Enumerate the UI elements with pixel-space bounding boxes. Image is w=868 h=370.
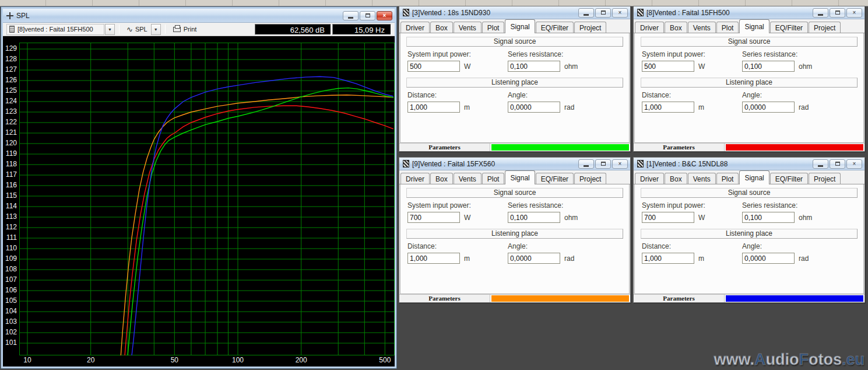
tab-driver[interactable]: Driver — [635, 173, 664, 184]
distance-field[interactable] — [407, 102, 460, 113]
panel-titlebar[interactable]: [9]Vented : Faital 15FX560 × — [399, 158, 630, 170]
distance-label: Distance: — [642, 242, 742, 250]
close-button[interactable]: × — [377, 11, 392, 20]
listening-place-group-header: Listening place — [641, 229, 858, 239]
tab-vents[interactable]: Vents — [688, 173, 716, 184]
curve-color-bar — [491, 144, 629, 151]
tab-signal[interactable]: Signal — [739, 19, 769, 33]
parameters-button[interactable]: Parameters — [634, 144, 725, 151]
listening-place-group-header: Listening place — [406, 78, 623, 88]
minimize-button[interactable] — [578, 159, 594, 169]
tab-signal[interactable]: Signal — [505, 170, 535, 184]
project-combo-dropdown[interactable]: ▼ — [105, 24, 115, 35]
tab-driver[interactable]: Driver — [635, 22, 664, 33]
ohm-unit-label: ohm — [799, 62, 812, 72]
frequency-readout-hz: 15,09 Hz — [332, 24, 391, 35]
driver-panel-window: [3]Vented : 18s 15ND930 × DriverBoxVents… — [399, 6, 631, 152]
maximize-button[interactable] — [830, 8, 845, 18]
tab-box[interactable]: Box — [665, 173, 687, 184]
plot-type-dropdown[interactable]: ▼ — [151, 24, 161, 35]
tab-eq-filter[interactable]: EQ/Filter — [770, 173, 808, 184]
tab-eq-filter[interactable]: EQ/Filter — [536, 173, 574, 184]
system-input-power-label: System input power: — [407, 201, 508, 210]
tab-plot[interactable]: Plot — [482, 22, 505, 33]
close-button[interactable]: × — [846, 8, 862, 18]
parameters-button[interactable]: Parameters — [399, 144, 490, 151]
tab-box[interactable]: Box — [430, 22, 453, 33]
parameters-button[interactable]: Parameters — [399, 295, 490, 302]
series-resistance-field[interactable] — [742, 61, 795, 72]
angle-field[interactable] — [742, 253, 795, 264]
system-input-power-field[interactable] — [407, 212, 460, 223]
toolbar-separator — [165, 25, 166, 34]
tab-project[interactable]: Project — [574, 173, 606, 184]
close-button[interactable]: × — [612, 8, 628, 18]
ohm-unit-label: ohm — [564, 62, 578, 72]
tab-driver[interactable]: Driver — [400, 22, 430, 33]
project-combo[interactable]: [8]vented : Faital 15FH500 — [6, 24, 104, 35]
distance-label: Distance: — [642, 91, 742, 99]
y-axis-label: 108 — [3, 265, 17, 273]
spl-curve — [127, 88, 393, 355]
distance-field[interactable] — [642, 253, 694, 264]
series-resistance-field[interactable] — [508, 212, 560, 223]
tab-plot[interactable]: Plot — [716, 22, 739, 33]
ohm-unit-label: ohm — [564, 214, 578, 223]
tab-eq-filter[interactable]: EQ/Filter — [770, 22, 808, 33]
maximize-button[interactable] — [830, 159, 845, 169]
system-input-power-field[interactable] — [642, 212, 694, 223]
print-button[interactable]: Print — [170, 24, 201, 35]
watt-unit-label: W — [698, 214, 705, 223]
close-button[interactable]: × — [846, 159, 862, 169]
tab-driver[interactable]: Driver — [400, 173, 430, 184]
tab-project[interactable]: Project — [574, 22, 606, 33]
distance-field[interactable] — [407, 253, 460, 264]
meter-unit-label: m — [464, 254, 470, 264]
minimize-button[interactable] — [813, 8, 828, 18]
panel-titlebar[interactable]: [3]Vented : 18s 15ND930 × — [399, 6, 630, 19]
minimize-button[interactable] — [343, 11, 359, 20]
tab-eq-filter[interactable]: EQ/Filter — [536, 22, 574, 33]
tab-bar: DriverBoxVentsPlotSignalEQ/FilterProject — [634, 19, 865, 33]
tab-plot[interactable]: Plot — [716, 173, 739, 184]
tab-box[interactable]: Box — [665, 22, 687, 33]
y-axis-label: 128 — [3, 55, 17, 63]
panel-titlebar[interactable]: [8]Vented : Faital 15FH500 × — [634, 6, 865, 19]
y-axis-label: 127 — [3, 65, 17, 74]
distance-field[interactable] — [642, 102, 694, 113]
panel-titlebar[interactable]: [1]Vented : B&C 15NDL88 × — [634, 158, 865, 170]
angle-field[interactable] — [508, 253, 560, 264]
minimize-button[interactable] — [578, 8, 594, 18]
plot-type-combo[interactable]: ∿ SPL — [124, 24, 150, 35]
spl-plot-area[interactable]: 1291281271261251241231221211201191181171… — [3, 36, 395, 366]
system-input-power-field[interactable] — [407, 61, 460, 72]
angle-field[interactable] — [508, 102, 560, 113]
tab-project[interactable]: Project — [809, 173, 841, 184]
waveform-icon: ∿ — [126, 26, 133, 33]
tab-vents[interactable]: Vents — [454, 173, 482, 184]
document-icon — [9, 26, 15, 33]
print-label: Print — [184, 26, 197, 33]
parameters-button[interactable]: Parameters — [634, 295, 725, 302]
series-resistance-field[interactable] — [508, 61, 560, 72]
tab-signal[interactable]: Signal — [505, 19, 535, 33]
maximize-button[interactable] — [595, 8, 611, 18]
maximize-button[interactable] — [595, 159, 611, 169]
tab-vents[interactable]: Vents — [688, 22, 716, 33]
tab-project[interactable]: Project — [809, 22, 841, 33]
tab-signal[interactable]: Signal — [739, 170, 769, 184]
angle-field[interactable] — [742, 102, 795, 113]
system-input-power-label: System input power: — [642, 50, 742, 58]
tab-plot[interactable]: Plot — [482, 173, 505, 184]
system-input-power-field[interactable] — [642, 61, 694, 72]
watt-unit-label: W — [464, 62, 470, 72]
tab-vents[interactable]: Vents — [454, 22, 482, 33]
tab-box[interactable]: Box — [430, 173, 453, 184]
minimize-button[interactable] — [813, 159, 828, 169]
maximize-button[interactable] — [360, 11, 375, 20]
system-input-power-label: System input power: — [407, 50, 508, 58]
y-axis-label: 102 — [3, 328, 17, 336]
series-resistance-field[interactable] — [742, 212, 795, 223]
close-button[interactable]: × — [612, 159, 628, 169]
spl-titlebar[interactable]: SPL × — [3, 9, 395, 23]
